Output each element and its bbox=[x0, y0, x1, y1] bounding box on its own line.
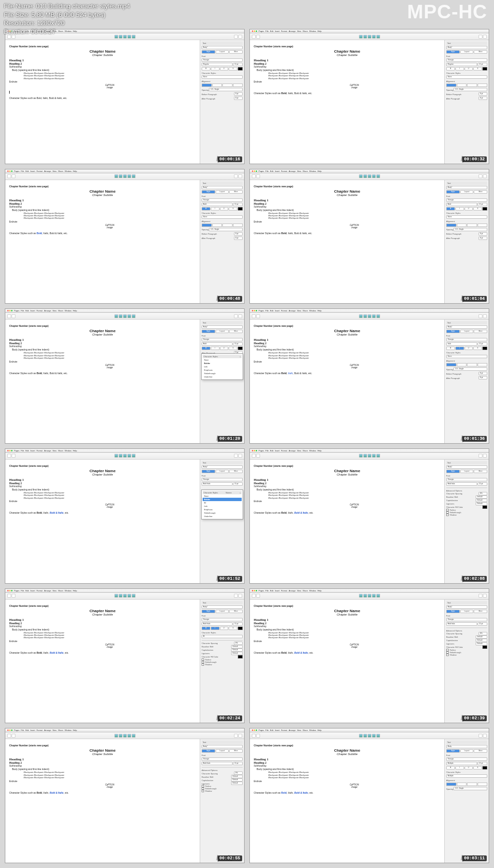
char-styles-popup[interactable]: Character StylesNone ▸+ None Bolder BI L… bbox=[201, 490, 243, 519]
body-text: Body (spacing and first-line indent) bbox=[12, 69, 196, 71]
chapter-number: Chapter Number (starts new page) bbox=[9, 45, 196, 48]
chapter-subtitle: Chapter Subtitle bbox=[9, 54, 196, 56]
char-styles-popup[interactable]: Character Styles+ None Bolder Link Empha… bbox=[201, 353, 243, 380]
char-style-selector[interactable]: None bbox=[202, 75, 243, 79]
heading-1: Heading 1 bbox=[9, 58, 196, 62]
thumbnail-10[interactable]: PagesFileEditInsertFormatArrangeViewShar… bbox=[249, 588, 489, 724]
font-style-input[interactable]: Regular bbox=[202, 63, 233, 66]
text-cursor bbox=[9, 91, 10, 94]
chapter-name: Chapter Name bbox=[9, 49, 196, 54]
font-size-input[interactable]: 11 pt bbox=[233, 63, 243, 66]
font-label: Font bbox=[202, 55, 243, 57]
bius-row[interactable]: BIUS bbox=[202, 67, 243, 70]
char-styles-line: Character Styles such as Bold, Italic, B… bbox=[9, 97, 196, 99]
thumbnail-4[interactable]: PagesFileEditInsertFormatArrangeViewShar… bbox=[249, 169, 489, 304]
file-name-line: File Name: 013 Building character styles… bbox=[4, 2, 130, 11]
thumbnail-9[interactable]: PagesFileEditInsertFormatArrangeViewShar… bbox=[5, 588, 245, 724]
thumbnail-2[interactable]: PagesFileEditInsertFormatArrangeViewShar… bbox=[249, 29, 489, 164]
thumbnail-8[interactable]: PagesFileEditInsertFormatArrangeViewShar… bbox=[249, 448, 489, 584]
panel-tab-text[interactable]: Text bbox=[203, 42, 206, 44]
spacing-input[interactable]: 1.0 - Single bbox=[209, 88, 243, 91]
format-panel[interactable]: Text Body* Style Layout More Font Georgi… bbox=[200, 40, 244, 164]
thumbnail-grid: PagesFileEditInsertFormatArrangeViewShar… bbox=[5, 29, 489, 863]
bi-selected: Bold & Italic bbox=[50, 511, 64, 514]
resolution-line: Resolution: 1280x720 bbox=[4, 19, 130, 28]
more-tab[interactable]: More bbox=[229, 50, 243, 54]
thumbnail-12[interactable]: PagesFileEditInsertFormatArrangeViewShar… bbox=[249, 728, 489, 863]
thumbnail-6[interactable]: PagesFileEditInsertFormatArrangeViewShar… bbox=[249, 308, 489, 444]
alignment-label: Alignment bbox=[202, 80, 243, 83]
endnote: Endnote bbox=[9, 81, 196, 83]
file-info-overlay: File Name: 013 Building character styles… bbox=[4, 2, 130, 36]
thumbnail-11[interactable]: PagesFileEditInsertFormatArrangeViewShar… bbox=[5, 728, 245, 863]
paragraph-style-selector[interactable]: Body* bbox=[202, 46, 243, 49]
bold-selected: Bold bbox=[37, 232, 42, 235]
style-tab[interactable]: Style bbox=[202, 50, 215, 54]
thumbnail-7[interactable]: PagesFileEditInsertFormatArrangeViewShar… bbox=[5, 448, 245, 584]
font-family-input[interactable]: Georgia bbox=[202, 58, 243, 62]
thumbnail-1[interactable]: PagesFileEditInsertFormatArrangeViewShar… bbox=[5, 29, 245, 164]
thumbnail-5[interactable]: PagesFileEditInsertFormatArrangeViewShar… bbox=[5, 308, 245, 444]
file-size-line: File Size: 5,80 MB (6 090 524 bytes) bbox=[4, 11, 130, 19]
player-logo: MPC-HC bbox=[407, 1, 487, 23]
add-style-button[interactable]: + bbox=[240, 355, 241, 358]
text-color-swatch[interactable] bbox=[238, 67, 243, 70]
alignment-buttons[interactable] bbox=[202, 84, 243, 87]
bolder-item-selected: Bolder bbox=[203, 498, 242, 501]
duration-line: Duration: 00:03:27 bbox=[4, 28, 130, 36]
char-styles-label: Character Styles bbox=[202, 72, 243, 74]
timestamp: 00:00:16 bbox=[218, 156, 242, 162]
italic-selected: Italic bbox=[288, 372, 293, 375]
layout-tab[interactable]: Layout bbox=[216, 50, 229, 54]
thumbnail-3[interactable]: PagesFileEditInsertFormatArrangeViewShar… bbox=[5, 169, 245, 304]
document-area[interactable]: Chapter Number (starts new page) Chapter… bbox=[5, 40, 200, 164]
subheading: Subheading bbox=[9, 65, 196, 68]
